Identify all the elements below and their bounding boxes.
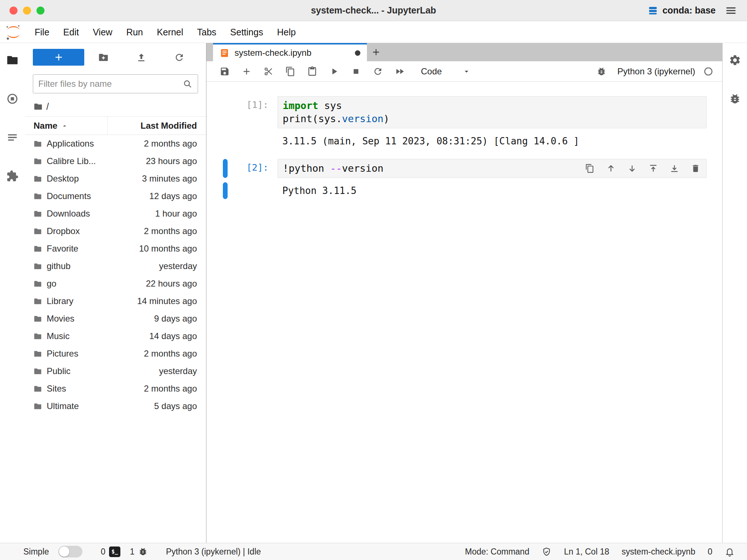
extensions-tab[interactable] [6,170,19,182]
cell-editor[interactable]: import sysprint(sys.version) [278,96,707,128]
new-folder-button[interactable] [84,52,122,63]
hamburger-menu-icon[interactable] [725,5,737,16]
file-row[interactable]: Pictures 2 months ago [25,345,206,362]
kernel-name[interactable]: Python 3 (ipykernel) [618,66,695,77]
toc-tab[interactable] [6,131,19,144]
terminals-indicator[interactable]: 0 $_ [101,547,120,557]
arrow-up-icon [606,164,616,173]
folder-icon [34,367,42,376]
file-modified: 14 minutes ago [137,296,206,306]
conda-badge[interactable]: conda: base [648,5,716,16]
menu-item[interactable]: Help [270,21,302,43]
file-row[interactable]: github yesterday [25,257,206,275]
folder-icon [34,402,42,411]
menu-item[interactable]: View [86,21,119,43]
breadcrumb-root[interactable]: / [46,101,49,112]
file-list-header: Name Last Modified [25,117,206,135]
tab-system-check[interactable]: system-check.ipynb [213,43,367,61]
file-row[interactable]: Favorite 10 months ago [25,240,206,257]
paste-cells-button[interactable] [304,63,320,79]
folder-icon [34,245,42,253]
refresh-file-list-button[interactable] [160,52,198,63]
gear-icon [729,54,741,66]
command-mode-indicator[interactable]: Mode: Command [465,547,529,557]
traffic-lights [9,7,44,15]
new-launcher-button[interactable] [33,49,84,66]
file-row[interactable]: Library 14 minutes ago [25,292,206,310]
file-row[interactable]: Music 14 days ago [25,327,206,345]
home-folder-icon[interactable] [34,102,43,111]
menu-item[interactable]: Tabs [190,21,223,43]
insert-cell-button[interactable] [239,63,255,79]
titlebar: system-check... - JupyterLab conda: base [0,0,747,21]
menu-item[interactable]: Run [119,21,150,43]
cell-output-collapser[interactable] [223,182,228,199]
menu-item[interactable]: Edit [56,21,86,43]
file-row[interactable]: Desktop 3 minutes ago [25,170,206,187]
debugger-button[interactable] [593,63,609,79]
file-browser-toolbar [33,49,198,66]
file-row[interactable]: Public yesterday [25,362,206,380]
notifications-count[interactable]: 0 [708,547,712,557]
file-browser-tab[interactable] [6,54,19,66]
file-modified: 3 minutes ago [142,174,206,184]
name-header-label: Name [34,121,57,131]
close-window-button[interactable] [9,7,18,15]
tab-dirty-indicator[interactable] [355,50,360,56]
bell-icon[interactable] [725,547,735,557]
sort-by-modified-header[interactable]: Last Modified [107,117,206,135]
file-row[interactable]: Calibre Lib... 23 hours ago [25,152,206,170]
move-cell-down-button[interactable] [627,164,637,173]
zoom-window-button[interactable] [36,7,44,15]
copy-cells-button[interactable] [282,63,298,79]
restart-kernel-button[interactable] [370,63,386,79]
restart-run-all-button[interactable] [392,63,408,79]
file-row[interactable]: Sites 2 months ago [25,380,206,397]
new-tab-button[interactable] [367,43,385,61]
cursor-position[interactable]: Ln 1, Col 18 [564,547,609,557]
folder-icon [34,297,42,306]
notebook-toolbar: Code Python 3 (ipykernel) [206,61,722,82]
sort-by-name-header[interactable]: Name [25,117,107,135]
file-row[interactable]: Documents 12 days ago [25,187,206,205]
delete-cell-button[interactable] [691,164,700,173]
cell-input-collapser[interactable] [223,159,228,178]
file-row[interactable]: go 22 hours ago [25,275,206,292]
insert-cell-above-button[interactable] [649,164,658,173]
kernel-status[interactable]: Python 3 (ipykernel) | Idle [166,547,261,557]
save-button[interactable] [217,63,233,79]
shield-check-icon[interactable] [542,547,551,557]
run-cell-button[interactable] [326,63,342,79]
menu-item[interactable]: File [28,21,56,43]
insert-cell-below-button[interactable] [670,164,679,173]
simple-mode-toggle[interactable] [58,546,82,557]
interrupt-kernel-button[interactable] [348,63,364,79]
upload-button[interactable] [122,52,160,63]
file-modified: 22 hours ago [146,279,206,289]
filter-files-input[interactable] [38,79,183,89]
menu-item[interactable]: Kernel [150,21,190,43]
file-modified: 10 months ago [139,244,206,254]
menu-item[interactable]: Settings [223,21,270,43]
kernels-indicator[interactable]: 1 [130,547,148,557]
cell-output-collapser[interactable] [223,133,228,149]
property-inspector-tab[interactable] [729,54,741,66]
file-row[interactable]: Downloads 1 hour ago [25,205,206,222]
cell-editor[interactable]: !python --version [278,159,707,178]
file-row[interactable]: Movies 9 days ago [25,310,206,327]
cut-cells-button[interactable] [260,63,276,79]
file-row[interactable]: Applications 2 months ago [25,135,206,152]
minimize-window-button[interactable] [23,7,31,15]
cell-type-dropdown[interactable]: Code [421,66,471,77]
file-row[interactable]: Ultimate 5 days ago [25,397,206,415]
duplicate-icon [585,164,595,173]
running-sessions-tab[interactable] [6,93,19,105]
kernel-idle-icon[interactable] [703,66,713,77]
cell-input-collapser[interactable] [223,96,228,128]
debugger-sidebar-tab[interactable] [729,93,741,105]
chevron-down-icon [462,67,471,76]
file-row[interactable]: Dropbox 2 months ago [25,222,206,240]
move-cell-up-button[interactable] [606,164,616,173]
duplicate-cell-button[interactable] [585,164,595,173]
folder-icon [34,140,42,148]
